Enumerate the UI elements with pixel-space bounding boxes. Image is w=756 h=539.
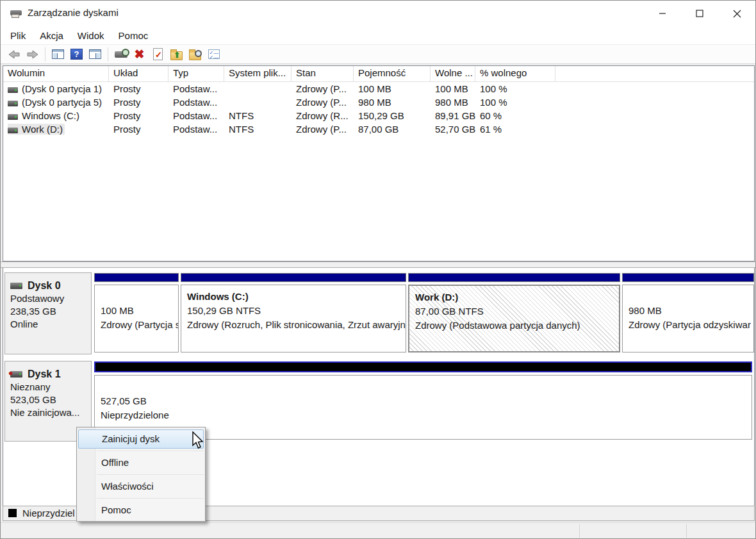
cell-capacity: 980 MB [354,97,431,108]
partition-title [629,290,748,304]
partition-color-bar [408,273,620,282]
rescan-disks-icon[interactable] [111,46,130,63]
statusbar-separator [579,524,580,538]
partition-color-bar [622,273,754,282]
delete-volume-icon[interactable]: ✖ [130,46,149,63]
column-header-uklad[interactable]: Układ [109,66,168,81]
disk-error-icon [10,371,22,377]
menu-item-offline[interactable]: Offline [77,453,205,472]
cell-free: 52,70 GB [431,124,475,135]
mouse-cursor-icon [192,431,206,451]
column-header-stan[interactable]: Stan [292,66,354,81]
column-header-pojemnosc[interactable]: Pojemność [354,66,431,81]
menu-plik[interactable]: Plik [3,28,33,43]
partition-recovery[interactable]: 980 MB Zdrowy (Partycja odzyskiwar [622,272,754,354]
properties-checklist-icon[interactable] [204,46,223,63]
partition-title [101,380,746,394]
disk0-size: 238,35 GB [10,305,86,318]
disk0-status: Online [10,318,86,331]
check-document-icon[interactable] [149,46,167,63]
disk-icon [10,283,22,289]
close-button[interactable] [718,1,755,26]
cell-status: Zdrowy (P... [292,83,354,94]
disk0-kind: Podstawowy [10,292,86,305]
cell-fs: NTFS [224,124,292,135]
volume-icon [8,128,18,133]
show-action-pane-icon[interactable] [86,46,104,63]
disk-management-window: Zarządzanie dyskami Plik Akcja Widok Pom… [0,0,756,539]
disk1-kind: Nieznany [10,381,86,394]
menu-item-initialize-disk[interactable]: Zainicjuj dysk [78,429,204,449]
cell-pct-free: 60 % [475,110,555,121]
cell-type: Podstaw... [168,110,224,121]
cell-pct-free: 61 % [475,124,555,135]
menu-separator [97,498,204,499]
cell-free: 980 MB [431,97,475,108]
pane-splitter[interactable] [1,261,755,268]
cell-type: Podstaw... [168,97,224,108]
toolbar-separator [45,47,45,62]
disk0-row: Dysk 0 Podstawowy 238,35 GB Online 100 M… [3,272,754,354]
back-icon[interactable] [4,46,23,63]
menu-separator [97,474,204,475]
disk-context-menu: Zainicjuj dysk Offline Właściwości Pomoc [76,427,206,522]
cell-status: Zdrowy (P... [292,124,354,135]
help-icon[interactable]: ? [67,46,86,63]
statusbar [1,522,755,539]
column-header-system-plikow[interactable]: System plik... [224,66,292,81]
unallocated-legend-swatch [8,509,17,517]
volume-name: (Dysk 0 partycja 1) [22,83,102,94]
partition-system[interactable]: 100 MB Zdrowy (Partycja s [94,272,179,354]
column-header-pct-wolnego[interactable]: % wolnego [475,66,555,81]
minimize-button[interactable] [644,1,681,26]
partition-size: 980 MB [629,304,748,318]
column-header-filler [555,66,754,81]
table-row[interactable]: Windows (C:) Prosty Podstaw... NTFS Zdro… [3,109,754,122]
volume-name: Windows (C:) [22,110,79,121]
partition-size: 150,29 GB NTFS [187,304,400,318]
toolbar: ? ✖ [1,44,755,64]
partition-title [101,290,172,304]
menu-item-properties[interactable]: Właściwości [77,477,205,496]
disk0-label-panel[interactable]: Dysk 0 Podstawowy 238,35 GB Online [4,272,92,354]
folder-search-icon[interactable] [186,46,204,63]
unallocated-status: Nieprzydzielone [101,408,746,422]
column-header-wolumin[interactable]: Wolumin [3,66,109,81]
forward-icon[interactable] [23,46,42,63]
menu-pomoc[interactable]: Pomoc [111,28,156,43]
table-row[interactable]: (Dysk 0 partycja 1) Prosty Podstaw... Zd… [3,82,754,95]
menu-item-help[interactable]: Pomoc [77,501,205,520]
cell-status: Zdrowy (P... [292,97,354,108]
partition-work-d-selected[interactable]: Work (D:) 87,00 GB NTFS Zdrowy (Podstawo… [408,272,620,354]
cell-layout: Prosty [109,110,168,121]
partition-title: Windows (C:) [187,290,400,304]
table-row-selected[interactable]: Work (D:) Prosty Podstaw... NTFS Zdrowy … [3,122,754,136]
toolbar-separator [108,47,108,62]
cell-status: Zdrowy (R... [292,110,354,121]
disk-management-app-icon [10,9,23,18]
show-console-tree-icon[interactable] [49,46,67,63]
partition-size: 87,00 GB NTFS [415,304,613,319]
cell-capacity: 87,00 GB [354,124,431,135]
cell-free: 89,91 GB [431,110,475,121]
column-header-wolne[interactable]: Wolne ... [431,66,475,81]
table-row[interactable]: (Dysk 0 partycja 5) Prosty Podstaw... Zd… [3,95,754,109]
cell-layout: Prosty [109,83,168,94]
menu-widok[interactable]: Widok [70,28,111,43]
volume-name: Work (D:) [22,124,63,135]
folder-up-icon[interactable] [167,46,186,63]
column-header-typ[interactable]: Typ [168,66,224,81]
statusbar-separator [686,524,687,538]
menu-separator [97,451,204,451]
cell-type: Podstaw... [168,124,224,135]
menu-akcja[interactable]: Akcja [33,28,70,43]
unallocated-legend-label: Nieprzydziel [22,508,75,518]
partition-status: Zdrowy (Partycja odzyskiwar [629,318,748,332]
partition-title: Work (D:) [415,290,613,304]
partition-windows-c[interactable]: Windows (C:) 150,29 GB NTFS Zdrowy (Rozr… [181,272,406,354]
cell-free: 100 MB [431,83,475,94]
volume-name: (Dysk 0 partycja 5) [22,97,102,108]
partition-status: Zdrowy (Rozruch, Plik stronicowania, Zrz… [187,318,400,332]
maximize-button[interactable] [681,1,718,26]
disk1-size: 523,05 GB [10,394,86,406]
